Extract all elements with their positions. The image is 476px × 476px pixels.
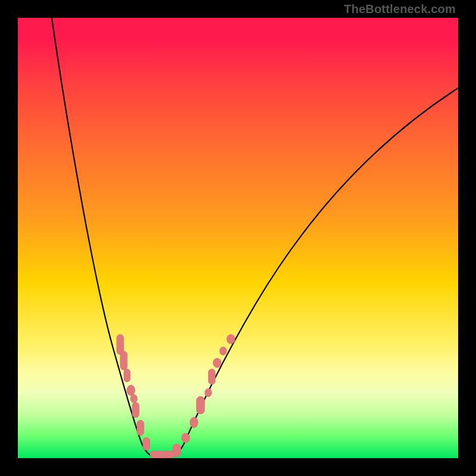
data-marker xyxy=(165,451,175,458)
data-marker xyxy=(208,369,215,384)
curve-right-branch xyxy=(170,88,458,457)
markers-layer xyxy=(117,334,235,458)
data-marker xyxy=(205,389,212,397)
curve-left-branch xyxy=(52,18,170,457)
data-marker xyxy=(213,358,221,368)
data-marker xyxy=(227,334,235,344)
chart-frame: TheBottleneck.com xyxy=(0,0,476,476)
data-marker xyxy=(120,351,127,370)
data-marker xyxy=(190,417,198,428)
data-marker xyxy=(220,347,227,355)
data-marker xyxy=(127,385,135,396)
data-marker xyxy=(124,369,130,382)
plot-svg xyxy=(18,18,458,458)
data-marker xyxy=(143,437,150,450)
plot-gradient-area xyxy=(18,18,458,458)
data-marker xyxy=(196,396,205,414)
watermark-text: TheBottleneck.com xyxy=(344,2,456,16)
data-marker xyxy=(181,433,190,443)
data-marker xyxy=(130,394,137,403)
data-marker xyxy=(137,420,144,436)
data-marker xyxy=(132,402,139,418)
